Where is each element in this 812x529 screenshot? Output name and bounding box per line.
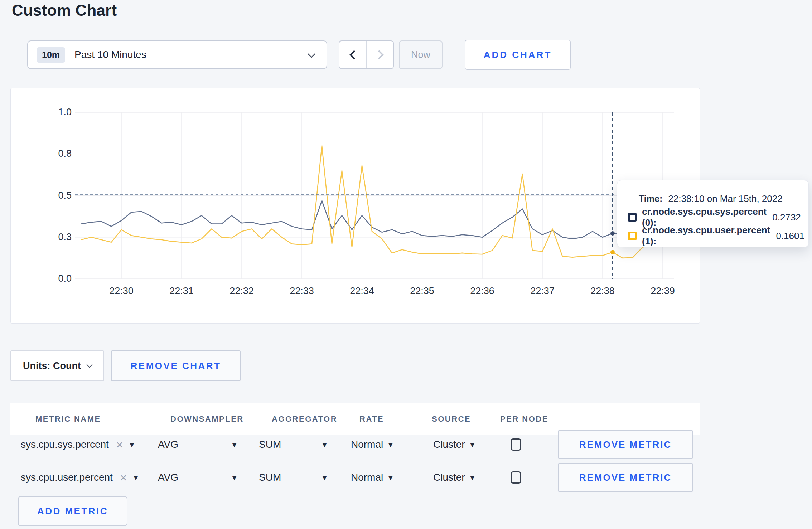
clear-metric-icon[interactable]: × (116, 438, 123, 451)
sys-series-swatch-icon (628, 213, 637, 222)
downsampler-dropdown[interactable]: AVG ▼ (158, 429, 237, 460)
header-aggregator: AGGREGATOR (272, 414, 337, 424)
per-node-cell (511, 462, 521, 492)
remove-chart-label: REMOVE CHART (131, 360, 221, 372)
caret-down-icon: ▼ (232, 474, 237, 481)
remove-metric-button[interactable]: REMOVE METRIC (558, 463, 693, 492)
metric-name-value: sys.cpu.sys.percent (21, 439, 109, 450)
x-axis-label: 22:38 (577, 286, 628, 297)
remove-metric-label: REMOVE METRIC (579, 472, 672, 483)
clear-metric-icon[interactable]: × (120, 471, 127, 484)
time-range-dropdown[interactable]: 10m Past 10 Minutes (27, 40, 327, 69)
add-chart-label: ADD CHART (484, 49, 552, 60)
header-metric-name: METRIC NAME (35, 414, 101, 424)
chevron-down-icon (308, 50, 316, 58)
x-axis-label: 22:30 (96, 286, 146, 297)
chevron-down-icon (86, 362, 92, 368)
rate-value: Normal (351, 472, 383, 483)
header-rate: RATE (359, 414, 384, 424)
y-axis-label: 0.0 (43, 273, 72, 284)
chevron-left-icon (349, 50, 358, 59)
time-range-badge: 10m (37, 47, 65, 63)
x-axis-label: 22:31 (156, 286, 207, 297)
rate-dropdown[interactable]: Normal ▼ (351, 429, 393, 460)
tooltip-user-value: 0.1601 (776, 230, 804, 242)
caret-down-icon: ▼ (322, 474, 327, 481)
caret-down-icon: ▼ (388, 441, 393, 448)
downsampler-dropdown[interactable]: AVG ▼ (158, 462, 237, 492)
source-value: Cluster (433, 439, 465, 450)
units-dropdown-label: Units: Count (23, 360, 81, 372)
downsampler-value: AVG (158, 439, 178, 450)
y-axis-label: 1.0 (43, 107, 72, 118)
x-axis-label: 22:33 (277, 286, 327, 297)
tooltip-sys-value: 0.2732 (772, 212, 801, 223)
prev-time-button[interactable] (339, 41, 366, 68)
sys-hover-dot (610, 231, 615, 236)
custom-chart-page: Custom Chart 10m Past 10 Minutes Now ADD… (0, 0, 812, 529)
tooltip-time-label: Time: (639, 194, 662, 204)
now-button[interactable]: Now (399, 40, 443, 69)
table-row: sys.cpu.user.percent × ▼ AVG ▼ SUM ▼ Nor… (0, 462, 812, 492)
next-time-button[interactable] (366, 41, 393, 68)
x-axis-label: 22:32 (217, 286, 267, 297)
caret-down-icon: ▼ (470, 474, 475, 481)
source-dropdown[interactable]: Cluster ▼ (433, 462, 475, 492)
y-axis-label: 0.3 (43, 232, 72, 243)
source-dropdown[interactable]: Cluster ▼ (433, 429, 475, 460)
y-axis-label: 0.5 (43, 190, 72, 201)
add-metric-label: ADD METRIC (37, 506, 108, 517)
time-nav-group (339, 40, 394, 69)
caret-down-icon: ▼ (232, 441, 237, 448)
chevron-right-icon (374, 50, 383, 59)
user-hover-dot (610, 250, 615, 254)
tooltip-time-value: 22:38:10 on Mar 15th, 2022 (668, 193, 782, 204)
rate-dropdown[interactable]: Normal ▼ (351, 462, 393, 492)
aggregator-value: SUM (259, 472, 281, 483)
now-button-label: Now (411, 49, 430, 60)
time-range-label: Past 10 Minutes (74, 49, 146, 60)
aggregator-dropdown[interactable]: SUM ▼ (259, 429, 327, 460)
header-downsampler: DOWNSAMPLER (170, 414, 244, 424)
remove-metric-button[interactable]: REMOVE METRIC (558, 430, 693, 459)
metric-name-select[interactable]: sys.cpu.sys.percent × ▼ (21, 429, 134, 460)
metric-name-value: sys.cpu.user.percent (21, 472, 113, 483)
page-title: Custom Chart (12, 1, 117, 19)
units-dropdown[interactable]: Units: Count (10, 350, 104, 381)
per-node-cell (511, 429, 521, 460)
remove-metric-label: REMOVE METRIC (579, 439, 672, 450)
add-chart-button[interactable]: ADD CHART (465, 40, 571, 70)
aggregator-value: SUM (259, 439, 281, 450)
tooltip-user-label: cr.node.sys.cpu.user.percent (1): (642, 225, 770, 247)
caret-down-icon: ▼ (470, 441, 475, 448)
chart-svg[interactable] (75, 112, 674, 279)
sys-percent-line (81, 201, 673, 239)
aggregator-dropdown[interactable]: SUM ▼ (259, 462, 327, 492)
y-axis-label: 0.8 (43, 148, 72, 159)
metric-name-select[interactable]: sys.cpu.user.percent × ▼ (21, 462, 138, 492)
caret-down-icon: ▼ (134, 474, 138, 481)
per-node-checkbox[interactable] (511, 438, 521, 451)
header-per-node: PER NODE (500, 414, 548, 424)
x-axis-label: 22:37 (517, 286, 567, 297)
source-value: Cluster (433, 472, 465, 483)
add-metric-button[interactable]: ADD METRIC (18, 496, 127, 526)
downsampler-value: AVG (158, 472, 178, 483)
table-row: sys.cpu.sys.percent × ▼ AVG ▼ SUM ▼ Norm… (0, 429, 812, 460)
remove-chart-button[interactable]: REMOVE CHART (111, 350, 241, 381)
per-node-checkbox[interactable] (511, 471, 521, 484)
chart-tooltip: Time: 22:38:10 on Mar 15th, 2022 cr.node… (617, 180, 809, 247)
header-source: SOURCE (432, 414, 471, 424)
toolbar-divider (11, 41, 11, 69)
caret-down-icon: ▼ (130, 441, 134, 448)
user-series-swatch-icon (628, 232, 637, 240)
x-axis-label: 22:39 (638, 286, 688, 297)
caret-down-icon: ▼ (388, 474, 393, 481)
rate-value: Normal (351, 439, 383, 450)
x-axis-label: 22:34 (337, 286, 387, 297)
caret-down-icon: ▼ (322, 441, 327, 448)
x-axis-label: 22:36 (457, 286, 507, 297)
user-percent-line (81, 146, 673, 258)
x-axis-label: 22:35 (397, 286, 447, 297)
